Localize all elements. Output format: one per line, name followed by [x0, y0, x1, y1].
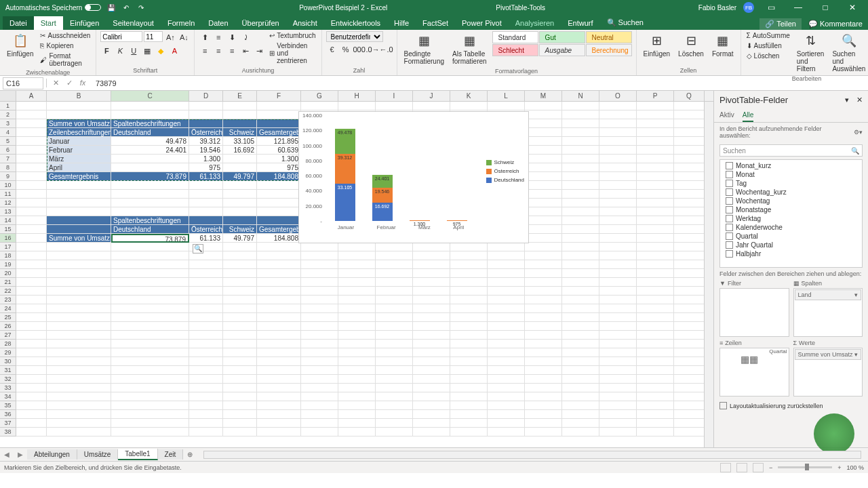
- cell-H30[interactable]: [338, 357, 376, 366]
- find-select-button[interactable]: 🔍Suchen und Auswählen: [829, 31, 868, 74]
- cell-M4[interactable]: [525, 128, 562, 137]
- fill-button[interactable]: ⬇ Ausfüllen: [745, 41, 791, 50]
- cell-N26[interactable]: [562, 322, 599, 331]
- cell-K1[interactable]: [450, 102, 488, 110]
- cell-F28[interactable]: [257, 340, 301, 348]
- decrease-font-icon[interactable]: A↓: [178, 31, 190, 43]
- align-center-icon[interactable]: ≡: [212, 45, 224, 57]
- field-checkbox[interactable]: [726, 171, 733, 178]
- cell-A14[interactable]: [16, 216, 47, 225]
- cell-B20[interactable]: [47, 269, 111, 278]
- row-header-7[interactable]: 7: [0, 155, 16, 163]
- cell-H18[interactable]: [338, 251, 376, 260]
- cell-K23[interactable]: [450, 296, 488, 304]
- cell-K37[interactable]: [450, 419, 488, 428]
- cell-L34[interactable]: [488, 392, 525, 401]
- cell-O2[interactable]: [599, 110, 637, 119]
- cell-C12[interactable]: [111, 199, 189, 207]
- cell-B29[interactable]: [47, 348, 111, 357]
- cell-P30[interactable]: [637, 357, 674, 366]
- cell-F32[interactable]: [257, 375, 301, 384]
- field-Tag[interactable]: Tag: [726, 179, 856, 188]
- cell-K34[interactable]: [450, 392, 488, 401]
- cell-B1[interactable]: [47, 102, 111, 110]
- cell-G35[interactable]: [301, 401, 338, 410]
- row-header-28[interactable]: 28: [0, 340, 16, 348]
- cell-E2[interactable]: [223, 110, 257, 119]
- cell-K27[interactable]: [450, 331, 488, 340]
- cell-C18[interactable]: [111, 251, 189, 260]
- cell-I38[interactable]: [376, 428, 413, 436]
- cell-O28[interactable]: [599, 340, 637, 348]
- area-columns[interactable]: Land▾: [793, 288, 863, 337]
- cell-K36[interactable]: [450, 410, 488, 419]
- cell-O34[interactable]: [599, 392, 637, 401]
- column-header-H[interactable]: H: [338, 91, 376, 101]
- cell-D15[interactable]: Österreich: [189, 225, 223, 234]
- tab-analysieren[interactable]: Analysieren: [509, 16, 561, 30]
- thousands-icon[interactable]: 000: [353, 43, 366, 56]
- bold-icon[interactable]: F: [100, 45, 113, 57]
- cell-E14[interactable]: [223, 216, 257, 225]
- cell-I29[interactable]: [376, 348, 413, 357]
- cell-H32[interactable]: [338, 375, 376, 384]
- cell-L1[interactable]: [488, 102, 525, 110]
- user-avatar[interactable]: FB: [743, 2, 754, 13]
- cell-O32[interactable]: [599, 375, 637, 384]
- cell-F23[interactable]: [257, 296, 301, 304]
- cell-J32[interactable]: [413, 375, 450, 384]
- cell-F3[interactable]: [257, 119, 301, 128]
- cell-P11[interactable]: [637, 190, 674, 199]
- cell-Q3[interactable]: [674, 119, 705, 128]
- cell-F10[interactable]: [257, 181, 301, 190]
- cell-A7[interactable]: [16, 155, 47, 163]
- cell-D38[interactable]: [189, 428, 223, 436]
- field-checkbox[interactable]: [726, 224, 733, 231]
- cell-I18[interactable]: [376, 251, 413, 260]
- field-Wochentag_kurz[interactable]: Wochentag_kurz: [726, 188, 856, 197]
- cell-M28[interactable]: [525, 340, 562, 348]
- cell-Q21[interactable]: [674, 278, 705, 287]
- cell-F14[interactable]: [257, 216, 301, 225]
- row-header-37[interactable]: 37: [0, 419, 16, 428]
- cell-O6[interactable]: [599, 146, 637, 155]
- cell-F22[interactable]: [257, 287, 301, 296]
- cell-F38[interactable]: [257, 428, 301, 436]
- cell-Q4[interactable]: [674, 128, 705, 137]
- save-icon[interactable]: 💾: [106, 3, 116, 12]
- cell-D2[interactable]: [189, 110, 223, 119]
- column-header-Q[interactable]: Q: [674, 91, 705, 101]
- fill-color-icon[interactable]: ◆: [155, 45, 167, 57]
- row-header-34[interactable]: 34: [0, 392, 16, 401]
- cell-O33[interactable]: [599, 384, 637, 392]
- cell-F9[interactable]: 184.808: [257, 172, 301, 181]
- cell-M23[interactable]: [525, 296, 562, 304]
- cell-P5[interactable]: [637, 137, 674, 146]
- cell-Q35[interactable]: [674, 401, 705, 410]
- align-bottom-icon[interactable]: ⬇: [226, 31, 238, 43]
- cell-Q12[interactable]: [674, 199, 705, 207]
- cell-Q38[interactable]: [674, 428, 705, 436]
- cell-Q9[interactable]: [674, 172, 705, 181]
- italic-icon[interactable]: K: [114, 45, 126, 57]
- cell-K19[interactable]: [450, 260, 488, 269]
- cell-D23[interactable]: [189, 296, 223, 304]
- cell-Q8[interactable]: [674, 163, 705, 172]
- cell-I31[interactable]: [376, 366, 413, 375]
- cell-I27[interactable]: [376, 331, 413, 340]
- cell-L21[interactable]: [488, 278, 525, 287]
- cell-O27[interactable]: [599, 331, 637, 340]
- zoom-out-icon[interactable]: −: [769, 464, 772, 471]
- cell-F16[interactable]: 184.808: [257, 234, 301, 243]
- horizontal-scrollbar[interactable]: [203, 451, 861, 459]
- cell-G25[interactable]: [301, 313, 338, 322]
- cell-Q32[interactable]: [674, 375, 705, 384]
- row-header-26[interactable]: 26: [0, 322, 16, 331]
- cell-J21[interactable]: [413, 278, 450, 287]
- cell-E8[interactable]: [223, 163, 257, 172]
- conditional-format-button[interactable]: ▦Bedingte Formatierung: [401, 31, 447, 66]
- currency-icon[interactable]: €: [326, 43, 338, 56]
- cell-L36[interactable]: [488, 410, 525, 419]
- zoom-in-icon[interactable]: +: [837, 464, 841, 471]
- cell-O10[interactable]: [599, 181, 637, 190]
